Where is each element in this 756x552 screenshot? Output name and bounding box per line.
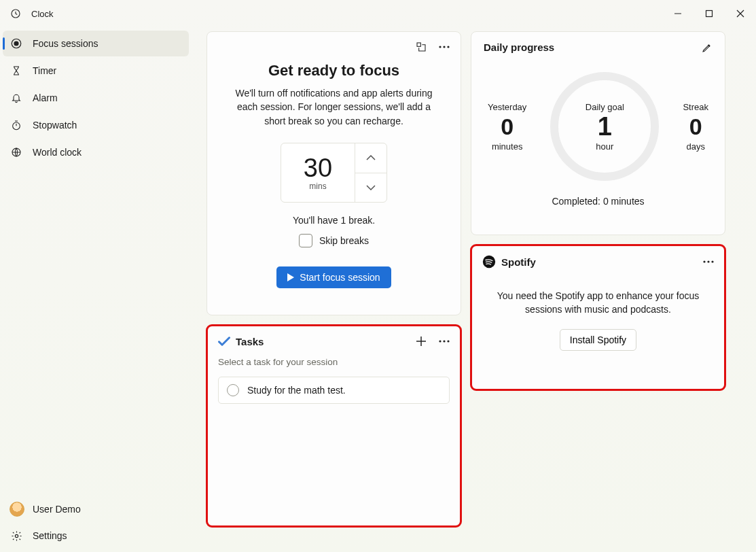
spotify-title: Spotify (501, 256, 536, 268)
window-controls (662, 0, 756, 27)
sidebar-item-focus-sessions[interactable]: Focus sessions (3, 31, 189, 56)
focus-subtitle: We'll turn off notifications and app ale… (223, 86, 444, 128)
app-title: Clock (31, 9, 54, 19)
svg-point-12 (439, 340, 441, 342)
goal-ring: Daily goal 1 hour (550, 72, 659, 181)
tasks-subtitle: Select a task for your session (218, 357, 450, 367)
maximize-button[interactable] (694, 0, 725, 27)
minimize-button[interactable] (662, 0, 694, 27)
duration-value: 30 (304, 154, 332, 183)
svg-point-16 (703, 260, 705, 262)
tasks-icon (218, 335, 230, 347)
focus-card: Get ready to focus We'll turn off notifi… (206, 31, 461, 315)
task-label: Study for the math test. (247, 385, 346, 396)
task-item[interactable]: Study for the math test. (218, 377, 450, 404)
more-icon[interactable] (439, 340, 450, 343)
svg-rect-8 (417, 43, 420, 46)
sidebar-item-user[interactable]: User Demo (3, 496, 189, 522)
spotify-message: You need the Spotify app to enhance your… (482, 289, 714, 317)
duration-spinner[interactable]: 30 mins (281, 143, 387, 203)
daily-progress-card: Daily progress Yesterday 0 minutes Daily… (471, 31, 725, 235)
skip-breaks-label: Skip breaks (319, 235, 369, 246)
svg-point-10 (443, 46, 445, 48)
task-radio[interactable] (227, 384, 239, 396)
sidebar-item-label: Timer (33, 65, 56, 76)
close-button[interactable] (725, 0, 756, 27)
sidebar-item-label: Stopwatch (33, 120, 77, 131)
avatar (10, 502, 24, 517)
edit-icon[interactable] (702, 42, 713, 53)
start-button-label: Start focus session (300, 272, 380, 283)
svg-rect-2 (706, 11, 713, 17)
sidebar-item-world-clock[interactable]: World clock (3, 139, 189, 165)
expand-icon[interactable] (416, 41, 427, 52)
sidebar-item-timer[interactable]: Timer (3, 58, 189, 84)
globe-icon (10, 145, 23, 159)
duration-up-button[interactable] (355, 143, 386, 173)
duration-unit: mins (309, 182, 326, 191)
sidebar-item-alarm[interactable]: Alarm (3, 85, 189, 111)
sidebar: Focus sessions Timer Alarm Stopwatch Wor… (0, 27, 192, 552)
daily-title: Daily progress (484, 41, 554, 53)
focus-title: Get ready to focus (223, 62, 444, 80)
svg-point-5 (13, 122, 20, 130)
add-task-button[interactable] (416, 336, 427, 347)
stopwatch-icon (10, 118, 23, 132)
spotify-icon (482, 255, 496, 269)
tasks-title: Tasks (236, 336, 264, 347)
svg-point-17 (707, 260, 709, 262)
start-focus-button[interactable]: Start focus session (276, 266, 391, 288)
svg-point-14 (447, 340, 449, 342)
svg-point-13 (443, 340, 445, 342)
svg-point-9 (439, 46, 441, 48)
sidebar-item-stopwatch[interactable]: Stopwatch (3, 112, 189, 138)
clock-app-icon (10, 7, 22, 20)
skip-breaks-checkbox[interactable] (299, 234, 312, 247)
svg-point-11 (447, 46, 449, 48)
play-icon (287, 273, 294, 281)
svg-point-4 (14, 41, 18, 46)
more-icon[interactable] (439, 46, 450, 48)
tasks-card: Tasks Select a task for your session (206, 325, 461, 527)
svg-point-18 (711, 260, 713, 262)
sidebar-item-settings[interactable]: Settings (3, 523, 189, 549)
more-icon[interactable] (703, 260, 714, 263)
hourglass-icon (10, 64, 23, 77)
sidebar-item-label: World clock (33, 147, 82, 158)
titlebar: Clock (0, 0, 756, 27)
svg-point-7 (15, 534, 18, 537)
install-spotify-button[interactable]: Install Spotify (560, 329, 636, 351)
duration-down-button[interactable] (355, 173, 386, 202)
user-name: User Demo (33, 504, 81, 515)
yesterday-metric: Yesterday 0 minutes (488, 102, 526, 152)
settings-label: Settings (33, 530, 67, 541)
sidebar-item-label: Focus sessions (33, 38, 98, 49)
bell-icon (10, 91, 23, 105)
break-info: You'll have 1 break. (223, 215, 444, 226)
focus-icon (10, 37, 23, 50)
gear-icon (10, 529, 23, 542)
sidebar-item-label: Alarm (33, 92, 58, 103)
completed-text: Completed: 0 minutes (484, 196, 713, 207)
spotify-card: Spotify You need the Spotify app to enha… (471, 245, 725, 390)
streak-metric: Streak 0 days (683, 102, 708, 152)
